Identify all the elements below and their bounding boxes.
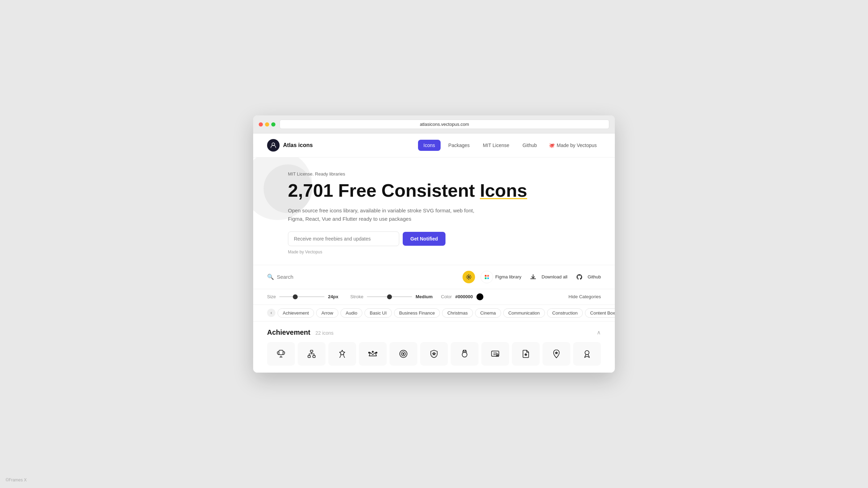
category-pill-achievement[interactable]: Achievement bbox=[278, 308, 314, 318]
category-pill-christmas[interactable]: Christmas bbox=[442, 308, 473, 318]
github-button[interactable]: Github bbox=[573, 271, 601, 283]
search-input[interactable] bbox=[277, 274, 457, 280]
figma-icon bbox=[481, 271, 493, 283]
size-label: Size bbox=[267, 294, 276, 299]
crown-icon bbox=[368, 349, 378, 359]
settings-icon bbox=[463, 271, 475, 283]
icon-cell-5[interactable] bbox=[389, 342, 417, 366]
category-pill-business-finance[interactable]: Business Finance bbox=[394, 308, 440, 318]
category-pills: ‹ Achievement Arrow Audio Basic UI Busin… bbox=[253, 305, 615, 322]
nav-packages-link[interactable]: Packages bbox=[443, 140, 475, 151]
achievement-header: Achievement 22 icons ∧ bbox=[267, 328, 601, 336]
size-control: Size 24px bbox=[267, 294, 342, 299]
figma-button[interactable]: Figma library bbox=[481, 271, 521, 283]
shield-star-icon bbox=[429, 349, 439, 359]
svg-point-10 bbox=[372, 351, 373, 352]
icon-cell-1[interactable] bbox=[267, 342, 295, 366]
logo[interactable]: Atlas icons bbox=[267, 139, 313, 152]
category-pill-content-box[interactable]: Content Box bbox=[585, 308, 615, 318]
close-button[interactable] bbox=[259, 122, 263, 127]
hero-content: MIT License. Ready libraries 2,701 Free … bbox=[288, 171, 531, 254]
color-control: Color #000000 bbox=[441, 293, 483, 300]
icon-cell-3[interactable] bbox=[328, 342, 356, 366]
download-all-button[interactable]: Download all bbox=[527, 271, 567, 283]
hero-input-row: Get Notified bbox=[288, 231, 531, 246]
icon-cell-11[interactable] bbox=[573, 342, 601, 366]
certificate-icon bbox=[490, 349, 500, 359]
github-icon bbox=[573, 271, 586, 283]
controls-bar: Size 24px Stroke Medium Color #000000 Hi… bbox=[253, 289, 615, 305]
ribbon-icon bbox=[582, 349, 592, 359]
svg-rect-3 bbox=[487, 275, 489, 277]
icon-cell-6[interactable] bbox=[420, 342, 448, 366]
category-pill-construction[interactable]: Construction bbox=[547, 308, 583, 318]
search-box: 🔍 bbox=[267, 274, 457, 280]
trophy-icon bbox=[276, 349, 286, 359]
minimize-button[interactable] bbox=[265, 122, 269, 127]
svg-point-1 bbox=[468, 276, 469, 278]
email-input[interactable] bbox=[288, 231, 399, 246]
svg-rect-6 bbox=[279, 350, 283, 355]
address-bar[interactable]: atlasicons.vectopus.com bbox=[280, 120, 609, 129]
badge-icon bbox=[337, 349, 347, 359]
nav-github-link[interactable]: Github bbox=[517, 140, 542, 151]
icon-cell-10[interactable] bbox=[542, 342, 570, 366]
color-swatch[interactable] bbox=[476, 293, 483, 300]
download-icon bbox=[527, 271, 539, 283]
color-label: Color bbox=[441, 294, 452, 299]
get-notified-button[interactable]: Get Notified bbox=[403, 232, 445, 246]
category-pill-audio[interactable]: Audio bbox=[340, 308, 362, 318]
browser-chrome: atlasicons.vectopus.com bbox=[253, 115, 615, 133]
icon-cell-4[interactable] bbox=[359, 342, 387, 366]
logo-icon bbox=[267, 139, 280, 152]
org-chart-icon bbox=[307, 349, 316, 359]
prev-pill-button[interactable]: ‹ bbox=[267, 309, 275, 317]
icon-cell-7[interactable] bbox=[451, 342, 479, 366]
category-pill-arrow[interactable]: Arrow bbox=[316, 308, 338, 318]
stroke-value: Medium bbox=[416, 294, 433, 299]
search-icon: 🔍 bbox=[267, 274, 274, 280]
hero-description: Open source free icons library, availabl… bbox=[288, 206, 483, 223]
stroke-label: Stroke bbox=[350, 294, 363, 299]
watermark: ©Frames X bbox=[6, 478, 27, 482]
category-pill-communication[interactable]: Communication bbox=[503, 308, 545, 318]
maximize-button[interactable] bbox=[271, 122, 275, 127]
category-pill-basic-ui[interactable]: Basic UI bbox=[364, 308, 392, 318]
icon-cell-9[interactable] bbox=[512, 342, 540, 366]
hero-title-highlight: Icons bbox=[480, 180, 527, 201]
nav-icons-link[interactable]: Icons bbox=[418, 140, 441, 151]
nav-links: Icons Packages MIT License Github 🐙 Made… bbox=[418, 140, 601, 151]
settings-button[interactable] bbox=[463, 271, 475, 283]
svg-point-12 bbox=[369, 352, 370, 353]
toolbar-right: Figma library Download all bbox=[463, 271, 601, 283]
svg-point-19 bbox=[585, 350, 589, 355]
hero-title-plain: 2,701 Free Consistent bbox=[288, 180, 480, 201]
hero-tag: MIT License. Ready libraries bbox=[288, 171, 531, 177]
icon-cell-8[interactable] bbox=[481, 342, 509, 366]
svg-rect-4 bbox=[485, 277, 487, 279]
achievement-title: Achievement bbox=[267, 328, 311, 336]
nav-vectopus-link[interactable]: 🐙 Made by Vectopus bbox=[545, 140, 601, 151]
category-pill-cinema[interactable]: Cinema bbox=[475, 308, 501, 318]
achievement-section: Achievement 22 icons ∧ bbox=[253, 322, 615, 373]
target-icon bbox=[399, 349, 408, 359]
color-hex: #000000 bbox=[455, 294, 473, 299]
medal-icon bbox=[460, 349, 469, 359]
size-slider[interactable] bbox=[279, 296, 324, 297]
collapse-button[interactable]: ∧ bbox=[597, 329, 601, 336]
traffic-lights bbox=[259, 122, 275, 127]
achievement-count: 22 icons bbox=[315, 330, 333, 336]
github-label: Github bbox=[588, 274, 601, 279]
nav-mit-link[interactable]: MIT License bbox=[477, 140, 515, 151]
hero-title: 2,701 Free Consistent Icons bbox=[288, 181, 531, 201]
stroke-slider[interactable] bbox=[367, 296, 412, 297]
icon-cell-2[interactable] bbox=[298, 342, 326, 366]
document-star-icon bbox=[521, 349, 531, 359]
svg-rect-2 bbox=[485, 275, 487, 277]
hide-categories-button[interactable]: Hide Categories bbox=[569, 294, 601, 299]
svg-point-15 bbox=[403, 353, 404, 355]
vectopus-icon: 🐙 bbox=[549, 143, 555, 148]
hero-section: MIT License. Ready libraries 2,701 Free … bbox=[253, 157, 615, 265]
location-star-icon bbox=[552, 349, 561, 359]
vectopus-label: Made by Vectopus bbox=[557, 143, 597, 148]
